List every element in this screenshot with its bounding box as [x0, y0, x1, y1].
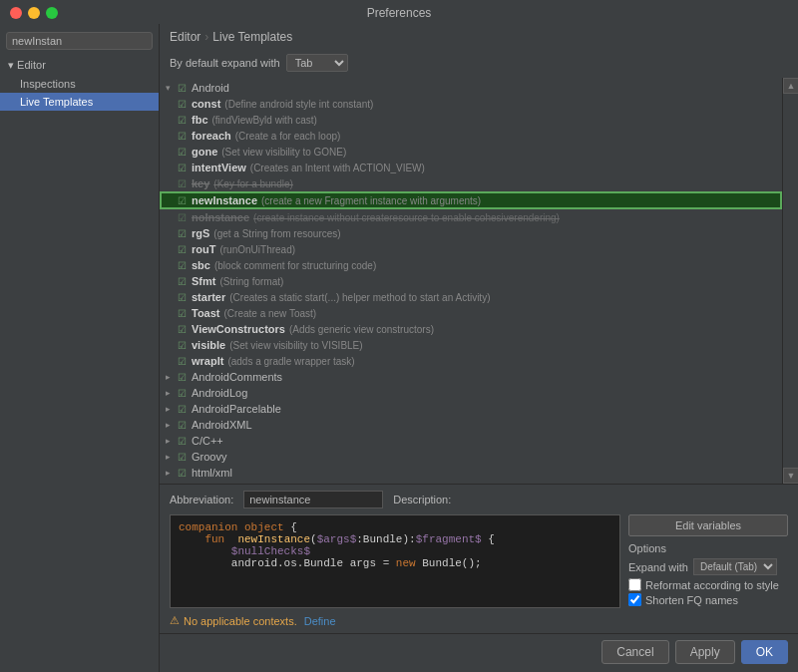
sidebar-item-live-templates[interactable]: Live Templates [0, 93, 159, 111]
shorten-checkbox-row: Shorten FQ names [628, 593, 788, 606]
template-sfmt[interactable]: ☑ Sfmt (String format) [160, 273, 782, 289]
search-box[interactable] [6, 32, 153, 50]
template-wraplt[interactable]: ☑ wraplt (adds a gradle wrapper task) [160, 353, 782, 369]
abbreviation-input[interactable] [243, 491, 383, 508]
chevron-right-icon: ▸ [166, 404, 178, 414]
template-key[interactable]: ☑ key (Key for a bundle) [160, 175, 782, 191]
scrollbar: ▲ ▼ [782, 78, 798, 484]
group-cpp[interactable]: ▸ ☑ C/C++ [160, 433, 782, 449]
template-rout[interactable]: ☑ rouT (runOnUiThread) [160, 241, 782, 257]
template-list-area: ▾ ☑ Android ☑ const (Define android styl… [160, 78, 798, 484]
apply-button[interactable]: Apply [675, 640, 735, 664]
template-text-area: companion object { fun newInstance($args… [170, 514, 788, 608]
cancel-button[interactable]: Cancel [601, 640, 668, 664]
chevron-down-icon: ▾ [8, 59, 14, 71]
maximize-dot[interactable] [46, 7, 58, 19]
minimize-dot[interactable] [28, 7, 40, 19]
shorten-checkbox[interactable] [628, 593, 641, 606]
close-dot[interactable] [10, 7, 22, 19]
chevron-right-icon: ▸ [166, 452, 178, 462]
chevron-right-icon: ▸ [166, 420, 178, 430]
edit-variables-button[interactable]: Edit variables [628, 514, 788, 536]
template-const[interactable]: ☑ const (Define android style int consta… [160, 96, 782, 112]
right-panel: Edit variables Options Expand with Defau… [628, 514, 788, 608]
options-box: Options Expand with Default (Tab) Tab En… [628, 542, 788, 608]
template-list: ▾ ☑ Android ☑ const (Define android styl… [160, 78, 782, 484]
chevron-down-icon: ▾ [166, 83, 178, 93]
abbr-desc-row: Abbreviation: Description: [170, 491, 788, 508]
title-bar: Preferences [0, 0, 798, 24]
scroll-down-button[interactable]: ▼ [783, 468, 798, 484]
code-editor[interactable]: companion object { fun newInstance($args… [170, 514, 620, 608]
reformat-checkbox[interactable] [628, 578, 641, 591]
group-iterations[interactable]: ▸ ☑ Iterations [160, 481, 782, 484]
template-foreach[interactable]: ☑ foreach (Create a for each loop) [160, 128, 782, 144]
warning-row: ⚠ No applicable contexts. Define [170, 614, 788, 627]
define-link[interactable]: Define [304, 615, 336, 627]
template-starter[interactable]: ☑ starter (Creates a static start(...) h… [160, 289, 782, 305]
template-visible[interactable]: ☑ visible (Set view visibility to VISIBL… [160, 337, 782, 353]
sidebar: ▾ Editor Inspections Live Templates [0, 24, 160, 672]
reformat-checkbox-row: Reformat according to style [628, 578, 788, 591]
template-viewconstructors[interactable]: ☑ ViewConstructors (Adds generic view co… [160, 321, 782, 337]
chevron-right-icon: ▸ [166, 388, 178, 398]
bottom-area: Abbreviation: Description: companion obj… [160, 484, 798, 633]
chevron-right-icon: ▸ [166, 436, 178, 446]
sidebar-item-editor[interactable]: ▾ Editor [0, 56, 159, 75]
window-title: Preferences [367, 6, 432, 20]
group-android-comments[interactable]: ▸ ☑ AndroidComments [160, 369, 782, 385]
template-noinstance[interactable]: ☑ noInstance (create instance without cr… [160, 209, 782, 225]
dialog-footer: Cancel Apply OK [160, 633, 798, 672]
template-gone[interactable]: ☑ gone (Set view visibility to GONE) [160, 144, 782, 160]
template-fbc[interactable]: ☑ fbc (findViewByld with cast) [160, 112, 782, 128]
search-input[interactable] [12, 35, 147, 47]
group-android-parcelable[interactable]: ▸ ☑ AndroidParcelable [160, 401, 782, 417]
group-groovy[interactable]: ▸ ☑ Groovy [160, 449, 782, 465]
group-html-xml[interactable]: ▸ ☑ html/xml [160, 465, 782, 481]
template-newinstance[interactable]: ☑ newInstance (create a new Fragment ins… [160, 191, 782, 209]
group-android-log[interactable]: ▸ ☑ AndroidLog [160, 385, 782, 401]
group-android[interactable]: ▾ ☑ Android [160, 80, 782, 96]
scroll-up-button[interactable]: ▲ [783, 78, 798, 94]
expand-with-select[interactable]: Tab Enter Space [286, 54, 348, 72]
group-android-xml[interactable]: ▸ ☑ AndroidXML [160, 417, 782, 433]
chevron-right-icon: ▸ [166, 468, 178, 478]
sidebar-item-inspections[interactable]: Inspections [0, 75, 159, 93]
breadcrumb: Editor › Live Templates [160, 24, 798, 50]
template-rgs[interactable]: ☑ rgS (get a String from resources) [160, 225, 782, 241]
warning-icon: ⚠ [170, 614, 180, 627]
template-sbc[interactable]: ☑ sbc (block comment for structuring cod… [160, 257, 782, 273]
main-panel: Editor › Live Templates By default expan… [160, 24, 798, 672]
template-intentview[interactable]: ☑ intentView (Creates an Intent with ACT… [160, 160, 782, 175]
expand-with-row: Expand with Default (Tab) Tab Enter [628, 558, 788, 575]
expand-with-option-select[interactable]: Default (Tab) Tab Enter [693, 558, 777, 575]
chevron-right-icon: ▸ [166, 372, 178, 382]
template-toast[interactable]: ☑ Toast (Create a new Toast) [160, 305, 782, 321]
expand-bar: By default expand with Tab Enter Space [160, 50, 798, 78]
ok-button[interactable]: OK [741, 640, 788, 664]
